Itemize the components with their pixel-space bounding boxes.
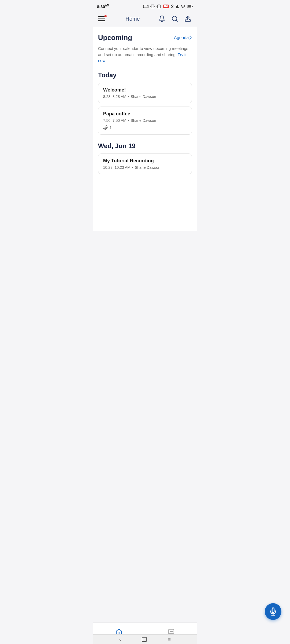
meeting-host: Shane Dawson [130, 94, 156, 99]
camera-status-icon [143, 5, 148, 8]
clip-count: 1 [110, 126, 112, 130]
page-title: Home [125, 16, 140, 22]
search-button[interactable] [171, 14, 179, 23]
nav-bar: Home [93, 12, 197, 27]
svg-rect-1 [151, 5, 154, 8]
meeting-extras: 1 [103, 125, 187, 130]
today-section: Today Welcome! 8:28–8:28 AM Shane Dawson… [98, 71, 192, 135]
upcoming-title: Upcoming [98, 34, 132, 42]
separator-dot [128, 96, 129, 97]
svg-rect-0 [143, 5, 147, 8]
status-time: 8:30AM [97, 4, 109, 9]
meeting-title: My Tutorial Recording [103, 158, 187, 164]
separator-dot [128, 120, 129, 121]
svg-rect-4 [158, 5, 160, 8]
upload-button[interactable] [183, 14, 192, 23]
meeting-time: 10:23–10:23 AM [103, 165, 130, 170]
svg-point-9 [183, 8, 184, 9]
svg-marker-8 [176, 5, 179, 8]
meeting-card-welcome[interactable]: Welcome! 8:28–8:28 AM Shane Dawson [98, 83, 192, 103]
today-title: Today [98, 71, 192, 79]
battery-icon [187, 5, 193, 8]
bluetooth-icon [171, 4, 174, 9]
svg-rect-12 [192, 6, 193, 7]
recording-badge [163, 5, 169, 8]
content-spacer [98, 177, 192, 199]
menu-notification-dot [104, 15, 107, 17]
status-icons [143, 4, 193, 9]
meeting-title: Welcome! [103, 87, 187, 93]
meeting-meta: 7:50–7:50 AM Shane Dawson [103, 118, 187, 123]
svg-rect-11 [188, 5, 191, 8]
clip-icon [103, 125, 108, 130]
meeting-host: Shane Dawson [135, 165, 160, 170]
meeting-card-tutorial[interactable]: My Tutorial Recording 10:23–10:23 AM Sha… [98, 153, 192, 174]
menu-button[interactable] [98, 14, 108, 24]
meeting-title: Papa coffee [103, 111, 187, 117]
status-bar: 8:30AM [93, 0, 197, 12]
chevron-right-icon [189, 36, 192, 40]
wednesday-section: Wed, Jun 19 My Tutorial Recording 10:23–… [98, 142, 192, 174]
meeting-host: Shane Dawson [130, 118, 156, 123]
svg-rect-7 [164, 5, 166, 7]
upcoming-section-header: Upcoming Agenda [98, 34, 192, 42]
vibrate2-icon [157, 5, 161, 8]
vibrate1-icon [150, 5, 155, 8]
upcoming-description: Connect your calendar to view upcoming m… [98, 46, 192, 64]
agenda-link[interactable]: Agenda [174, 35, 192, 40]
main-content: Upcoming Agenda Connect your calendar to… [93, 27, 197, 231]
meeting-time: 7:50–7:50 AM [103, 118, 126, 123]
signal-icon [175, 5, 179, 8]
meeting-time: 8:28–8:28 AM [103, 94, 126, 99]
meeting-meta: 10:23–10:23 AM Shane Dawson [103, 165, 187, 170]
upload-icon [184, 15, 191, 22]
wifi-icon [181, 5, 186, 8]
separator-dot [132, 167, 133, 168]
meeting-meta: 8:28–8:28 AM Shane Dawson [103, 94, 187, 99]
bell-icon [158, 15, 165, 22]
date-title: Wed, Jun 19 [98, 142, 192, 150]
nav-actions [158, 14, 192, 23]
search-icon [171, 15, 178, 22]
meeting-card-papa-coffee[interactable]: Papa coffee 7:50–7:50 AM Shane Dawson 1 [98, 107, 192, 135]
notification-button[interactable] [158, 14, 166, 23]
svg-line-14 [176, 20, 177, 21]
